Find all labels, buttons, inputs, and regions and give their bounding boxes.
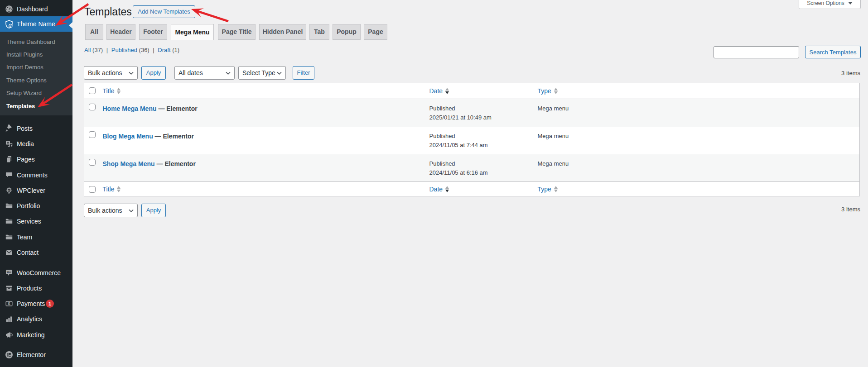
svg-text:WPC: WPC <box>7 190 11 191</box>
svg-text:Woo: Woo <box>7 271 11 273</box>
svg-text:$: $ <box>8 301 10 306</box>
